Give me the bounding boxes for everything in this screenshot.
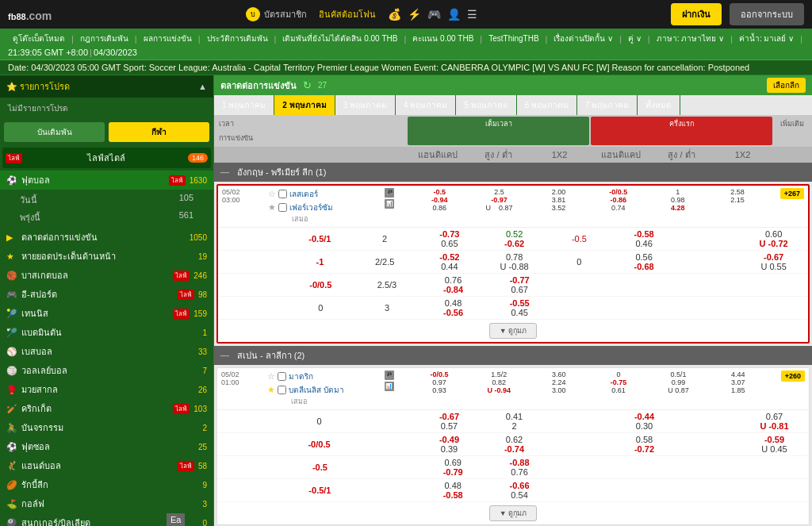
sr1-o2b[interactable]: -0.62: [484, 239, 545, 248]
sr2-o2[interactable]: 0.78: [484, 252, 545, 262]
tab-2[interactable]: 2 พฤษภาคม: [274, 95, 335, 115]
sr3-o2[interactable]: -0.77: [488, 275, 551, 285]
sport-item-golf[interactable]: ⛳ กอล์ฟ 3: [0, 494, 213, 513]
sport-item-market[interactable]: ▶ ตลาดต่อการแข่งขัน 1050: [0, 228, 213, 247]
logout-button[interactable]: ออกจากระบบ: [730, 3, 804, 25]
star-icon-england-1b[interactable]: ★: [268, 202, 276, 213]
sport-item-badminton[interactable]: 🏸 แบดมินตัน 1: [0, 323, 213, 342]
ss1-o1[interactable]: -0.67: [419, 412, 480, 421]
ss3-o1[interactable]: 0.69: [422, 458, 485, 467]
sport-item-tennis[interactable]: 🎾 เทนนิส ไลฟ์ 159: [0, 304, 213, 323]
ss2-lo2[interactable]: -0.59: [744, 435, 805, 444]
ss2-o2[interactable]: 0.62: [484, 435, 545, 444]
ss1-o1b[interactable]: 0.57: [419, 421, 480, 431]
team2-england-1[interactable]: เฟอร์เวอร์ซัม: [289, 202, 333, 213]
ft-ou-l-spain-1[interactable]: U -0.94: [470, 386, 527, 394]
ss1-lo1[interactable]: -0.44: [614, 412, 675, 421]
sr3-o1[interactable]: 0.76: [422, 275, 485, 285]
x12-3-spain-1[interactable]: 1.85: [710, 386, 767, 394]
tab-3[interactable]: 3 พฤษภาคม: [335, 95, 396, 115]
nav-item-7[interactable]: TestThingTHB: [484, 33, 543, 44]
ht-ou-l-spain-1[interactable]: U 0.87: [649, 386, 707, 394]
bet-btn-1[interactable]: บันเดิมพัน: [4, 122, 105, 142]
league-spain-collapse[interactable]: —: [220, 351, 229, 360]
sr2-o1b[interactable]: 0.44: [419, 262, 481, 271]
sr2-o1[interactable]: -0.52: [419, 252, 481, 262]
check-england-1[interactable]: [278, 190, 287, 198]
tab-4[interactable]: 4 พฤษภาคม: [396, 95, 456, 115]
sr1-hdp[interactable]: -0.5/1: [289, 234, 350, 244]
x12-2-spain-1[interactable]: 3.07: [710, 378, 767, 386]
sport-item-esport[interactable]: 🎮 อี-สปอร์ต ไลฟ์ 98: [0, 285, 213, 304]
game-icon[interactable]: 🎮: [427, 8, 441, 21]
nav-item-1[interactable]: ดูโต๊ะเบ็ตโหมด: [8, 31, 70, 46]
league-england-collapse[interactable]: —: [220, 167, 229, 177]
team1-spain-1[interactable]: มาดริก: [289, 371, 313, 382]
sr1-o1[interactable]: -0.73: [419, 229, 481, 239]
tab-7[interactable]: 7 พฤษภาคม: [577, 95, 638, 115]
nav-odds[interactable]: ค่าน้ำ: มาเลย์ ∨: [734, 31, 799, 46]
ss3-o2b[interactable]: 0.76: [488, 467, 551, 477]
sport-item-boxing[interactable]: 🥊 มวยสากล 26: [0, 380, 213, 399]
sr4-o2[interactable]: -0.55: [488, 298, 551, 308]
ht-hdp-odds1-spain-1[interactable]: -0.75: [590, 378, 647, 386]
sr2-lo1[interactable]: 0.56: [614, 252, 675, 262]
sr3-o1b[interactable]: -0.84: [422, 285, 485, 294]
sr2-o2b[interactable]: U -0.88: [484, 262, 545, 271]
tab-all[interactable]: ทั้งหมด: [638, 95, 680, 115]
plus-button-spain-1[interactable]: +260: [781, 371, 805, 382]
sport-item-basketball[interactable]: 🏀 บาสเกตบอล ไลฟ์ 246: [0, 266, 213, 285]
ft-hdp-odds2-spain-1[interactable]: 0.93: [411, 386, 468, 394]
nav-item-9[interactable]: คู่ ∨: [623, 31, 646, 46]
check-england-1b[interactable]: [278, 203, 287, 212]
sr4-o1[interactable]: 0.48: [422, 298, 485, 308]
bet-btn-2[interactable]: กีฬา: [109, 122, 209, 142]
check-spain-1b[interactable]: [278, 386, 286, 394]
ht-hdp-odds2-spain-1[interactable]: 0.61: [590, 386, 647, 394]
sport-item-cricket[interactable]: 🏏 คริกเก็ต ไลฟ์ 103: [0, 399, 213, 418]
ss2-lo1b[interactable]: -0.72: [614, 444, 675, 454]
nav-item-4[interactable]: ประวัติการเดิมพัน: [202, 31, 273, 46]
ft-hdp-odds1-england-1[interactable]: -0.94: [411, 196, 468, 204]
tab-1[interactable]: 1 พฤษภาคม: [214, 95, 274, 115]
ss4-o1[interactable]: 0.48: [422, 481, 485, 490]
ss1-o2b[interactable]: 2: [484, 421, 545, 431]
x12-2-england-1[interactable]: 2.15: [709, 196, 766, 204]
ht-hdp-odds1-england-1[interactable]: -0.86: [590, 196, 647, 204]
select-league-button[interactable]: เลือกลีก: [767, 78, 806, 93]
ft-hdp-odds2-england-1[interactable]: 0.86: [411, 204, 468, 212]
stats-icon-england-1[interactable]: 📊: [385, 199, 394, 209]
sport-item-handball[interactable]: 🤾 แฮนด์บอล ไลฟ์ 58: [0, 456, 213, 475]
team1-england-1[interactable]: เลสเตอร์: [289, 188, 318, 200]
wallet-icon[interactable]: 💰: [388, 8, 401, 21]
sr3-o2b[interactable]: 0.67: [488, 285, 551, 294]
ss1-lo2[interactable]: 0.67: [744, 412, 805, 421]
sidebar-expand[interactable]: ▲: [198, 82, 207, 91]
ht-ou-h-spain-1[interactable]: 0.99: [649, 378, 707, 386]
sport-item-futsal[interactable]: ⚽ ฟุตซอล 25: [0, 437, 213, 456]
team2-spain-1[interactable]: บตลีเนลิส บัดมา: [289, 384, 344, 396]
ss1-lo1b[interactable]: 0.30: [614, 421, 675, 431]
sport-item-volleyball[interactable]: 🏐 วอลเลย์บอล 7: [0, 361, 213, 380]
nav-item-3[interactable]: ผลการแข่งขัน: [139, 31, 197, 46]
sr3-hdp[interactable]: -0/0.5: [289, 280, 352, 290]
sr4-hdp[interactable]: 0: [289, 303, 352, 313]
sport-item-rugby[interactable]: 🏉 รักบี้ลีก 9: [0, 475, 213, 494]
ss1-hdp[interactable]: 0: [289, 417, 350, 426]
ft-ou-h-spain-1[interactable]: 0.82: [470, 378, 527, 386]
expand-button-england-1[interactable]: ▼ ดูกุมภ: [489, 323, 537, 339]
ss4-o2b[interactable]: 0.54: [488, 490, 551, 500]
ht-ou-h-england-1[interactable]: 0.98: [649, 196, 707, 204]
lightning-icon[interactable]: ⚡: [408, 8, 421, 21]
nav-item-5[interactable]: เดิมพันที่ยังไม่ได้ตัดสิน 0.00 THB: [278, 31, 402, 46]
menu-icon[interactable]: ☰: [467, 8, 477, 21]
sr1-lo2[interactable]: 0.60: [743, 229, 804, 239]
ht-hdp-odds2-england-1[interactable]: 0.74: [590, 204, 647, 212]
sr2-lo2[interactable]: -0.67: [743, 252, 804, 262]
refresh-icon[interactable]: ↻: [303, 79, 312, 91]
nav-lang[interactable]: ภาษา: ภาษาไทย ∨: [652, 31, 729, 46]
ss3-hdp[interactable]: -0.5: [289, 463, 351, 472]
sr1-o1b[interactable]: 0.65: [419, 239, 481, 248]
x12-1-spain-1[interactable]: 4.44: [710, 371, 767, 378]
ss2-o1b[interactable]: 0.39: [419, 444, 480, 454]
